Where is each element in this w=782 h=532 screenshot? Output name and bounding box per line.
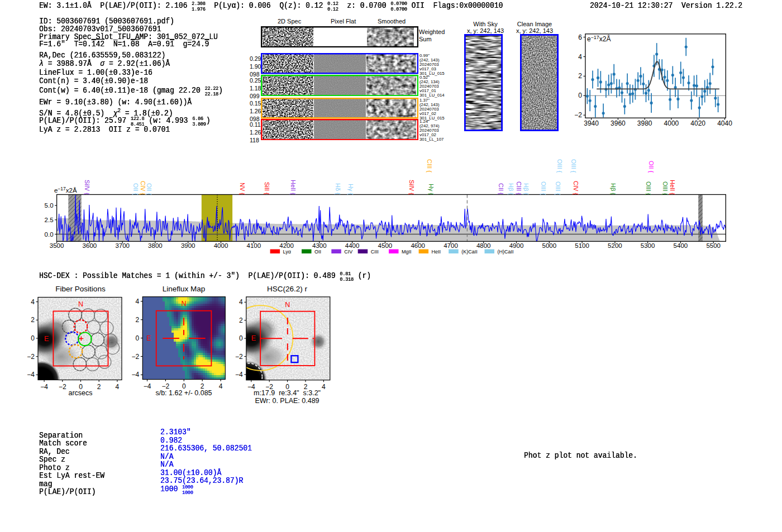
- svg-text:CIII: CIII: [371, 249, 379, 255]
- svg-text:4: 4: [578, 53, 582, 61]
- svg-text:0: 0: [31, 334, 35, 342]
- svg-text:3800: 3800: [148, 242, 163, 249]
- svg-text:2: 2: [136, 316, 140, 324]
- svg-text:0.0: 0.0: [45, 231, 54, 238]
- svg-text:−4: −4: [27, 371, 35, 378]
- svg-text:2: 2: [31, 316, 35, 324]
- svg-text:e−17x2Å: e−17x2Å: [54, 186, 77, 194]
- svg-text:4020: 4020: [690, 119, 705, 127]
- svg-text:4000: 4000: [664, 119, 679, 127]
- svg-text:HeII: HeII: [432, 249, 441, 255]
- svg-text:4100: 4100: [247, 242, 261, 249]
- svg-text:−2: −2: [235, 353, 243, 361]
- svg-text:2: 2: [578, 72, 582, 80]
- svg-text:4: 4: [31, 298, 35, 306]
- svg-text:4: 4: [136, 298, 140, 305]
- svg-text:5100: 5100: [575, 242, 589, 249]
- svg-text:−2: −2: [27, 353, 35, 361]
- svg-text:4700: 4700: [444, 242, 458, 249]
- svg-text:−4: −4: [40, 383, 48, 391]
- svg-text:5400: 5400: [674, 242, 688, 249]
- svg-text:3900: 3900: [181, 242, 196, 249]
- svg-text:4: 4: [219, 382, 223, 390]
- svg-text:−2: −2: [132, 353, 140, 361]
- svg-text:−4: −4: [144, 382, 151, 390]
- svg-text:4900: 4900: [509, 242, 524, 249]
- svg-text:5.0: 5.0: [45, 202, 54, 209]
- svg-text:0: 0: [239, 334, 243, 342]
- svg-text:4: 4: [322, 383, 326, 391]
- svg-text:4: 4: [116, 383, 120, 391]
- svg-text:MgII: MgII: [402, 249, 412, 255]
- svg-text:5300: 5300: [641, 242, 655, 249]
- svg-text:e−17x2Å: e−17x2Å: [587, 35, 611, 43]
- svg-text:4040: 4040: [717, 119, 732, 127]
- svg-text:−2: −2: [574, 111, 582, 119]
- svg-text:4200: 4200: [279, 242, 294, 249]
- svg-text:3600: 3600: [83, 242, 97, 249]
- svg-text:3700: 3700: [115, 242, 130, 249]
- svg-text:4: 4: [239, 298, 243, 306]
- svg-text:OII: OII: [314, 249, 321, 255]
- svg-text:4600: 4600: [411, 242, 425, 249]
- svg-text:4500: 4500: [378, 242, 393, 249]
- svg-text:4800: 4800: [476, 242, 491, 249]
- svg-text:0: 0: [578, 92, 582, 99]
- svg-text:2: 2: [239, 317, 243, 324]
- svg-text:(K)CaII: (K)CaII: [461, 249, 478, 255]
- svg-text:4300: 4300: [312, 242, 327, 249]
- svg-text:5000: 5000: [542, 242, 557, 249]
- svg-text:6: 6: [578, 33, 582, 41]
- svg-text:2: 2: [97, 383, 101, 391]
- svg-text:5200: 5200: [608, 242, 622, 249]
- svg-text:Lyα: Lyα: [283, 249, 291, 255]
- svg-text:(H)CaII: (H)CaII: [498, 249, 514, 255]
- svg-text:3940: 3940: [584, 119, 599, 127]
- svg-text:3960: 3960: [611, 119, 626, 127]
- svg-text:CIV: CIV: [344, 249, 352, 255]
- svg-text:3500: 3500: [50, 242, 64, 249]
- svg-text:4000: 4000: [214, 242, 228, 249]
- svg-text:−2: −2: [59, 383, 66, 391]
- svg-text:−4: −4: [132, 371, 140, 378]
- svg-text:5500: 5500: [706, 242, 721, 249]
- svg-text:0: 0: [136, 334, 140, 342]
- svg-text:4400: 4400: [345, 242, 360, 249]
- svg-text:2.5: 2.5: [45, 217, 54, 223]
- svg-text:−4: −4: [235, 371, 243, 378]
- svg-text:3980: 3980: [637, 119, 652, 127]
